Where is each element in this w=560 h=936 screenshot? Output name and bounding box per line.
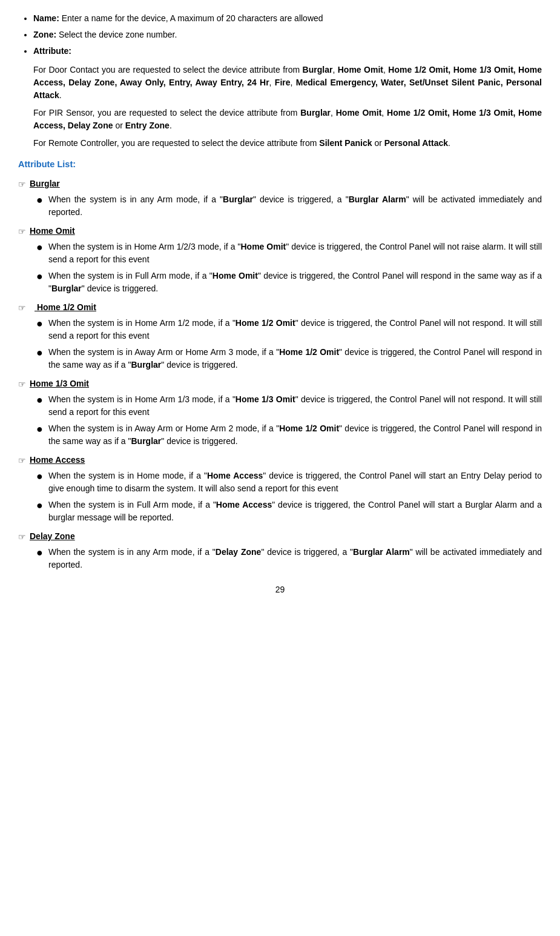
home-half-omit-title: Home 1/2 Omit [35,301,96,314]
burglar-phone-icon: ☞ [18,178,26,191]
home-third-omit-phone-icon: ☞ [18,378,26,391]
section-home-third-omit: ☞ Home 1/3 Omit ● When the system is in … [18,377,542,448]
home-access-heading: ☞ Home Access [18,454,542,467]
home-omit-bullets: ● When the system is in Home Arm 1/2/3 m… [36,241,542,295]
intro-list: Name: Enter a name for the device, A max… [18,12,542,58]
intro-attribute-label: Attribute: [33,46,71,56]
bullet-dot: ● [36,317,45,331]
burglar-bullet-1: ● When the system is in any Arm mode, if… [36,193,542,219]
intro-name-label: Name: [33,13,59,23]
home-half-omit-bullet-1-text: When the system is in Home Arm 1/2 mode,… [48,317,542,342]
home-third-omit-heading: ☞ Home 1/3 Omit [18,377,542,391]
bullet-dot: ● [36,346,45,360]
bullet-dot: ● [36,422,45,436]
home-omit-title: Home Omit [30,225,75,237]
intro-paragraph-pir: For PIR Sensor, you are requested to sel… [33,107,542,132]
delay-zone-bullet-1-text: When the system is in any Arm mode, if a… [48,546,542,571]
intro-item-attribute: Attribute: [33,45,542,58]
section-delay-zone: ☞ Delay Zone ● When the system is in any… [18,530,542,571]
delay-zone-bullet-1: ● When the system is in any Arm mode, if… [36,546,542,571]
home-access-phone-icon: ☞ [18,454,26,467]
delay-zone-heading: ☞ Delay Zone [18,530,542,543]
home-third-omit-bullet-1-text: When the system is in Home Arm 1/3 mode,… [48,393,542,419]
home-omit-heading: ☞ Home Omit [18,225,542,238]
intro-zone-label: Zone: [33,30,56,39]
bullet-dot: ● [36,393,45,407]
home-half-omit-bullets: ● When the system is in Home Arm 1/2 mod… [36,317,542,371]
intro-paragraph-remote: For Remote Controller, you are requested… [33,137,542,150]
home-omit-bullet-2: ● When the system is in Full Arm mode, i… [36,270,542,295]
home-third-omit-bullets: ● When the system is in Home Arm 1/3 mod… [36,393,542,448]
home-third-omit-title: Home 1/3 Omit [30,377,89,390]
section-home-omit: ☞ Home Omit ● When the system is in Home… [18,225,542,295]
delay-zone-phone-icon: ☞ [18,531,26,543]
home-access-title: Home Access [30,454,85,466]
section-home-access: ☞ Home Access ● When the system is in Ho… [18,454,542,524]
home-access-bullets: ● When the system is in Home mode, if a … [36,470,542,524]
home-third-omit-bullet-1: ● When the system is in Home Arm 1/3 mod… [36,393,542,419]
intro-item-zone: Zone: Select the device zone number. [33,28,542,41]
delay-zone-title: Delay Zone [30,530,75,543]
section-home-half-omit: ☞ Home 1/2 Omit ● When the system is in … [18,301,542,371]
home-half-omit-bullet-2-text: When the system is in Away Arm or Home A… [48,346,542,371]
bullet-dot: ● [36,470,45,483]
home-access-bullet-1-text: When the system is in Home mode, if a "H… [48,470,542,495]
intro-item-name: Name: Enter a name for the device, A max… [33,12,542,25]
burglar-title: Burglar [30,178,60,190]
home-omit-bullet-2-text: When the system is in Full Arm mode, if … [48,270,542,295]
page-number: 29 [18,583,542,596]
intro-name-text: Enter a name for the device, A maximum o… [62,13,323,23]
home-omit-bullet-1: ● When the system is in Home Arm 1/2/3 m… [36,241,542,266]
home-third-omit-bullet-2-text: When the system is in Away Arm or Home A… [48,422,542,448]
bullet-dot: ● [36,270,45,284]
intro-zone-text: Select the device zone number. [59,30,177,39]
home-omit-phone-icon: ☞ [18,225,26,238]
burglar-bullets: ● When the system is in any Arm mode, if… [36,193,542,219]
burglar-heading: ☞ Burglar [18,178,542,191]
section-burglar: ☞ Burglar ● When the system is in any Ar… [18,178,542,219]
bullet-dot: ● [36,499,45,513]
attribute-list-heading: Attribute List: [18,158,542,171]
delay-zone-bullets: ● When the system is in any Arm mode, if… [36,546,542,571]
home-access-bullet-1: ● When the system is in Home mode, if a … [36,470,542,495]
home-half-omit-phone-icon: ☞ [18,302,26,314]
bullet-dot: ● [36,241,45,254]
home-half-omit-bullet-1: ● When the system is in Home Arm 1/2 mod… [36,317,542,342]
home-half-omit-bullet-2: ● When the system is in Away Arm or Home… [36,346,542,371]
intro-paragraph-door: For Door Contact you are requested to se… [33,64,542,102]
home-half-omit-heading: ☞ Home 1/2 Omit [18,301,542,314]
home-third-omit-bullet-2: ● When the system is in Away Arm or Home… [36,422,542,448]
home-omit-bullet-1-text: When the system is in Home Arm 1/2/3 mod… [48,241,542,266]
bullet-dot: ● [36,546,45,560]
bullet-dot: ● [36,193,45,207]
home-access-bullet-2: ● When the system is in Full Arm mode, i… [36,499,542,524]
burglar-bullet-1-text: When the system is in any Arm mode, if a… [48,193,542,219]
home-access-bullet-2-text: When the system is in Full Arm mode, if … [48,499,542,524]
